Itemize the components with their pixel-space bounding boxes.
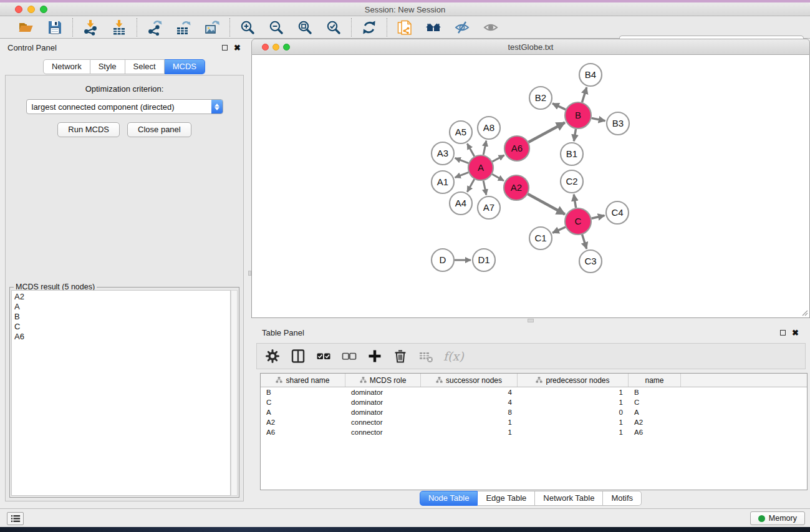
save-session-icon[interactable] xyxy=(46,19,64,36)
edge-B-B3[interactable] xyxy=(592,118,605,120)
edge-A-A5[interactable] xyxy=(467,143,474,156)
tab-select[interactable]: Select xyxy=(125,59,165,74)
table-row[interactable]: Cdominator41C xyxy=(261,397,807,407)
edge-A-A3[interactable] xyxy=(455,158,469,163)
zoom-out-icon[interactable] xyxy=(268,19,285,36)
select-all-checkboxes-icon[interactable] xyxy=(316,348,332,364)
column-header-MCDS-role[interactable]: MCDS role xyxy=(345,374,421,387)
zoom-selected-icon[interactable] xyxy=(325,19,342,36)
edge-C-C1[interactable] xyxy=(552,227,566,233)
mcds-result-item[interactable]: C xyxy=(14,322,230,332)
task-history-button[interactable] xyxy=(7,512,24,525)
table-cell[interactable]: C xyxy=(629,399,681,406)
hide-graphics-details-icon[interactable] xyxy=(453,19,471,36)
import-table-icon[interactable] xyxy=(110,19,128,36)
table-cell[interactable]: 1 xyxy=(518,389,629,396)
graph-node-C1[interactable]: C1 xyxy=(529,227,552,249)
graph-node-A2[interactable]: A2 xyxy=(504,175,529,200)
function-builder-icon[interactable]: f(x) xyxy=(443,349,464,363)
edge-A-A7[interactable] xyxy=(483,181,486,195)
graph-node-A8[interactable]: A8 xyxy=(478,117,500,139)
mcds-result-item[interactable]: A2 xyxy=(14,292,230,302)
table-cell[interactable]: 1 xyxy=(518,428,629,436)
result-list-scrollbar[interactable] xyxy=(231,290,238,496)
edge-A-A8[interactable] xyxy=(483,141,486,155)
criterion-dropdown[interactable]: largest connected component (directed) xyxy=(26,99,223,114)
edge-A6-B[interactable] xyxy=(528,122,564,142)
edge-A-A2[interactable] xyxy=(492,174,504,180)
close-panel-button[interactable]: Close panel xyxy=(127,122,191,137)
float-panel-icon[interactable] xyxy=(780,330,786,336)
window-resize-grip[interactable] xyxy=(801,309,808,316)
close-panel-icon[interactable]: ✖ xyxy=(792,329,799,337)
table-row[interactable]: Bdominator41B xyxy=(261,387,807,397)
tab-style[interactable]: Style xyxy=(90,59,125,74)
table-cell[interactable]: dominator xyxy=(345,399,421,406)
table-cell[interactable]: 8 xyxy=(421,409,518,416)
graph-node-A1[interactable]: A1 xyxy=(432,171,454,193)
table-cell[interactable]: B xyxy=(629,389,681,396)
graph-node-A6[interactable]: A6 xyxy=(504,136,529,161)
graph-node-C2[interactable]: C2 xyxy=(561,170,583,193)
edge-A-A1[interactable] xyxy=(455,172,469,177)
table-cell[interactable]: connector xyxy=(345,428,421,436)
zoom-fit-icon[interactable] xyxy=(296,19,314,36)
graph-node-C[interactable]: C xyxy=(565,208,591,235)
network-graph[interactable]: AA1A2A3A4A5A6A7A8BB1B2B3B4CC1C2C3C4DD1 xyxy=(252,55,809,317)
close-panel-icon[interactable]: ✖ xyxy=(234,44,241,52)
table-cell[interactable]: dominator xyxy=(345,389,421,396)
horizontal-splitter[interactable] xyxy=(251,318,810,324)
graph-node-D[interactable]: D xyxy=(432,249,454,271)
edge-B-B1[interactable] xyxy=(574,129,576,142)
export-network-icon[interactable] xyxy=(146,19,163,36)
refresh-icon[interactable] xyxy=(360,19,378,36)
graph-node-C3[interactable]: C3 xyxy=(579,250,602,273)
delete-column-icon[interactable] xyxy=(392,348,408,364)
table-cell[interactable]: connector xyxy=(345,418,421,426)
table-cell[interactable]: 1 xyxy=(421,428,518,436)
column-header-predecessor-nodes[interactable]: predecessor nodes xyxy=(518,374,629,387)
edge-B-B2[interactable] xyxy=(552,104,566,110)
table-cell[interactable]: 4 xyxy=(421,399,518,406)
mcds-result-item[interactable]: B xyxy=(14,312,230,322)
graph-node-B[interactable]: B xyxy=(565,102,591,128)
graph-node-A5[interactable]: A5 xyxy=(450,121,472,143)
edge-A2-C[interactable] xyxy=(528,194,564,214)
network-from-document-icon[interactable] xyxy=(396,19,413,36)
mcds-result-list[interactable]: A2ABCA6 xyxy=(11,290,231,496)
column-header-successor-nodes[interactable]: successor nodes xyxy=(421,374,518,387)
edge-C-C3[interactable] xyxy=(582,235,587,249)
delete-table-icon[interactable] xyxy=(418,348,434,364)
mcds-result-item[interactable]: A6 xyxy=(14,332,230,342)
table-cell[interactable]: A2 xyxy=(261,418,345,426)
tab-network-table[interactable]: Network Table xyxy=(535,491,603,506)
table-cell[interactable]: A2 xyxy=(629,418,681,426)
home-icon[interactable] xyxy=(425,19,442,36)
zoom-in-icon[interactable] xyxy=(239,19,256,36)
graph-node-A4[interactable]: A4 xyxy=(450,192,472,215)
tab-node-table[interactable]: Node Table xyxy=(420,491,478,506)
export-image-icon[interactable] xyxy=(203,19,221,36)
export-table-icon[interactable] xyxy=(175,19,192,36)
import-network-icon[interactable] xyxy=(82,19,99,36)
edge-C-C4[interactable] xyxy=(591,216,604,219)
table-row[interactable]: A2connector11A2 xyxy=(261,417,807,427)
float-panel-icon[interactable] xyxy=(222,45,228,51)
table-cell[interactable]: 1 xyxy=(518,399,629,406)
node-table[interactable]: shared nameMCDS rolesuccessor nodesprede… xyxy=(260,373,808,490)
table-cell[interactable]: dominator xyxy=(345,409,421,416)
table-cell[interactable]: B xyxy=(261,389,345,396)
tab-edge-table[interactable]: Edge Table xyxy=(478,491,535,506)
table-settings-icon[interactable] xyxy=(264,348,281,364)
table-cell[interactable]: A xyxy=(261,409,345,416)
graph-node-C4[interactable]: C4 xyxy=(606,201,629,224)
splitter-grip[interactable] xyxy=(528,319,534,322)
table-cell[interactable]: A xyxy=(629,409,681,416)
deselect-all-checkboxes-icon[interactable] xyxy=(341,348,357,364)
graph-node-D1[interactable]: D1 xyxy=(473,249,495,271)
add-column-icon[interactable] xyxy=(367,348,383,364)
edge-C-C2[interactable] xyxy=(574,195,576,208)
graph-node-A7[interactable]: A7 xyxy=(478,196,500,219)
table-row[interactable]: Adominator80A xyxy=(261,407,807,417)
table-cell[interactable]: C xyxy=(261,399,345,406)
